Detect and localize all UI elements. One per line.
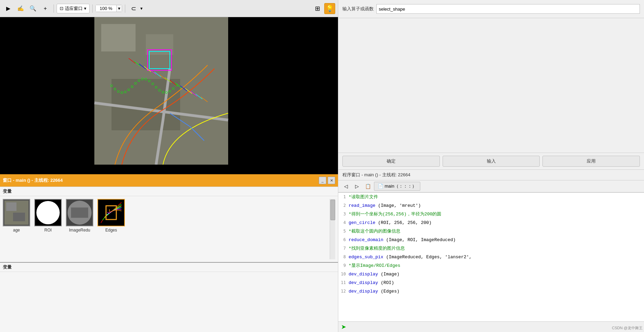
main-canvas [0,17,338,165]
function-input-area: 输入算子或函数 [338,0,644,18]
line-content-8: edges_sub_pix (ImageReduced, Edges, 'lan… [349,253,644,261]
code-editor[interactable]: 1*读取图片文件2read_image (Image, 'mreut')3*得到… [338,192,644,322]
code-line-12[interactable]: 12dev_display (Edges) [338,287,644,296]
variable-thumb-roi [34,199,62,226]
line-number-11: 11 [338,279,349,286]
program-title-text: 程序窗口 - main () - 主线程: 22664 [342,172,410,177]
select-tool-btn[interactable]: ▶ [3,3,14,14]
code-line-3[interactable]: 3*得到一个坐标为(256,256)，半径为200的圆 [338,210,644,218]
variables-scrollbar[interactable] [330,199,335,259]
line-number-1: 1 [338,193,349,201]
hand-tool-btn[interactable]: ✍ [15,3,26,14]
titlebar-controls: _ ✕ [319,177,335,184]
line-content-7: *找到亚像素精度的图片信息 [349,245,644,252]
minimize-btn[interactable]: _ [319,177,326,184]
thumb-canvas-imageredu [66,199,93,226]
variable-thumb-imageredu [66,199,93,226]
variable-item-roi[interactable]: ROI [34,199,62,233]
code-line-7[interactable]: 7*找到亚像素精度的图片信息 [338,244,644,253]
back-btn[interactable]: ◁ [341,182,351,191]
variable-name-imageredu: ImageRedu [69,228,90,233]
code-line-2[interactable]: 2read_image (Image, 'mreut') [338,201,644,210]
fit-window-btn[interactable]: ⊡ 适应窗口 ▾ [57,4,90,13]
thumb-canvas-edges [97,199,125,226]
forward-btn[interactable]: ▷ [352,182,362,191]
variable-item-imageredu[interactable]: ImageRedu [66,199,93,233]
code-tab-label: main（：：：） [385,183,417,189]
code-line-10[interactable]: 10dev_display (Image) [338,270,644,278]
variable-name-image: age [13,228,20,233]
line-content-4: gen_circle (ROI, 256, 256, 200) [349,219,644,227]
separator1 [54,4,54,13]
zoom-input[interactable] [96,5,116,12]
program-title: 程序窗口 - main () - 主线程: 22664 [338,169,644,180]
code-line-5[interactable]: 5*截取这个圆内的图像信息 [338,227,644,236]
line-content-12: dev_display (Edges) [349,288,644,295]
code-line-4[interactable]: 4gen_circle (ROI, 256, 256, 200) [338,218,644,227]
line-content-6: reduce_domain (Image, ROI, ImageReduced) [349,236,644,244]
code-toolbar: ◁ ▷ 📋 📄 main（：：：） [338,180,644,192]
input-btn[interactable]: 输入 [443,156,540,167]
code-tab[interactable]: 📄 main（：：：） [374,182,420,191]
variable-thumb-edges [97,199,125,226]
variables2-label: 变量 [0,263,338,272]
separator3 [125,4,125,13]
fit-window-icon: ⊡ [60,6,63,11]
function-label: 输入算子或函数 [342,6,374,12]
variable-window-title: 窗口 - main () - 主线程: 22664 [3,177,63,183]
code-line-8[interactable]: 8edges_sub_pix (ImageReduced, Edges, 'la… [338,253,644,261]
toolbar: ▶ ✍ 🔍 + ⊡ 适应窗口 ▾ ▾ ⊂ ▾ ⊞ 💡 [0,0,338,17]
thumb-canvas-roi [34,199,62,226]
left-panel: ▶ ✍ 🔍 + ⊡ 适应窗口 ▾ ▾ ⊂ ▾ ⊞ 💡 窗口 - main () … [0,0,338,332]
code-bottom: ➤ [338,321,644,332]
line-content-3: *得到一个坐标为(256,256)，半径为200的圆 [349,211,644,218]
line-content-1: *读取图片文件 [349,193,644,201]
variables-section: 变量 age ROI [0,187,338,262]
variable-item-edges[interactable]: Edges [97,199,125,233]
thumb-canvas-image [3,199,30,226]
variable-thumb-image [3,199,30,226]
line-number-10: 10 [338,270,349,278]
code-line-1[interactable]: 1*读取图片文件 [338,193,644,201]
function-input[interactable] [376,4,640,14]
variable-window-titlebar: 窗口 - main () - 主线程: 22664 _ ✕ [0,174,338,187]
variable-item-image[interactable]: age [3,199,30,233]
run-arrow[interactable]: ➤ [341,323,346,331]
line-number-7: 7 [338,245,349,252]
zoom-area: ▾ [95,5,122,12]
code-line-9[interactable]: 9*显示Image/ROI/Edges [338,261,644,270]
copy-code-btn[interactable]: 📋 [363,182,373,191]
layers-btn[interactable]: ⊞ [312,3,323,14]
close-btn[interactable]: ✕ [328,177,335,184]
code-line-11[interactable]: 11dev_display (ROI) [338,278,644,287]
image-viewer [0,17,338,174]
line-content-10: dev_display (Image) [349,271,644,278]
confirm-btn[interactable]: 确定 [342,156,440,167]
line-number-2: 2 [338,202,349,209]
fit-window-arrow: ▾ [84,6,86,11]
lasso-tool-btn[interactable]: ⊂ [128,3,139,14]
fit-window-label: 适应窗口 [65,5,83,12]
variable-name-roi: ROI [44,228,51,233]
line-number-3: 3 [338,210,349,218]
line-number-8: 8 [338,253,349,261]
zoom-in-btn[interactable]: + [40,3,51,14]
scrollbar-thumb[interactable] [330,200,335,220]
bottom-section: 窗口 - main () - 主线程: 22664 _ ✕ 变量 age [0,174,338,332]
variables-section2: 变量 [0,262,338,332]
buttons-row: 确定 输入 应用 [338,153,644,169]
code-tab-icon: 📄 [378,183,383,189]
code-line-6[interactable]: 6reduce_domain (Image, ROI, ImageReduced… [338,236,644,244]
apply-btn[interactable]: 应用 [542,156,640,167]
lasso-dropdown[interactable]: ▾ [140,6,143,11]
lightbulb-btn[interactable]: 💡 [324,3,335,14]
line-content-9: *显示Image/ROI/Edges [349,262,644,270]
watermark: CSDN @龙中舞王 [612,325,643,331]
right-panel: 输入算子或函数 确定 输入 应用 程序窗口 - main () - 主线程: 2… [338,0,644,332]
line-content-11: dev_display (ROI) [349,279,644,287]
zoom-dropdown-btn[interactable]: ▾ [116,5,122,12]
line-number-4: 4 [338,219,349,226]
line-content-2: read_image (Image, 'mreut') [349,202,644,210]
zoom-tool-btn[interactable]: 🔍 [27,3,38,14]
variables-label: 变量 [0,187,338,196]
